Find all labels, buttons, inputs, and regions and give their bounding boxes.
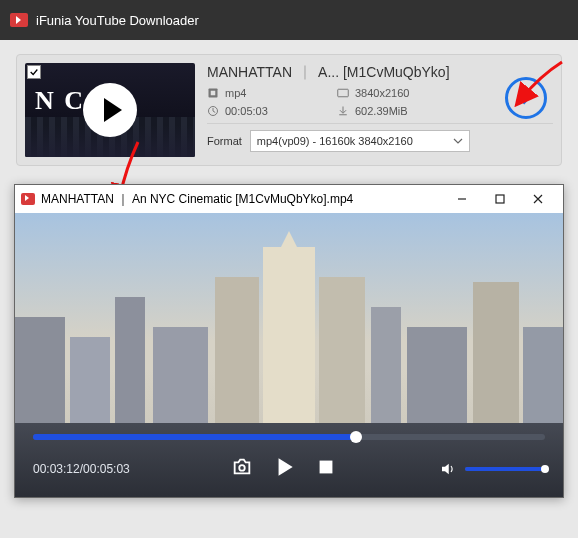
volume-control[interactable] (439, 460, 545, 478)
stop-button[interactable] (315, 456, 337, 481)
status-complete-icon[interactable] (505, 77, 547, 119)
app-header: iFunia YouTube Downloader (0, 0, 578, 40)
download-list: N C MANHATTAN ｜ A... [M1CvMuQbYko] mp4 3… (0, 40, 578, 174)
video-title: MANHATTAN ｜ A... [M1CvMuQbYko] (207, 63, 553, 81)
seek-bar[interactable] (33, 434, 545, 440)
meta-filesize: 602.39MiB (337, 105, 477, 117)
thumbnail-play-icon[interactable] (83, 83, 137, 137)
volume-slider[interactable] (465, 467, 545, 471)
time-display: 00:03:12/00:05:03 (33, 462, 130, 476)
format-select[interactable]: mp4(vp09) - 16160k 3840x2160 (250, 130, 470, 152)
player-titlebar[interactable]: MANHATTAN ｜ An NYC Cinematic [M1CvMuQbYk… (15, 185, 563, 213)
snapshot-button[interactable] (231, 456, 253, 481)
meta-duration: 00:05:03 (207, 105, 337, 117)
close-button[interactable] (519, 185, 557, 213)
player-controls: 00:03:12/00:05:03 (15, 424, 563, 497)
player-window: MANHATTAN ｜ An NYC Cinematic [M1CvMuQbYk… (14, 184, 564, 498)
minimize-button[interactable] (443, 185, 481, 213)
player-title: MANHATTAN ｜ An NYC Cinematic [M1CvMuQbYk… (41, 191, 353, 208)
meta-resolution: 3840x2160 (337, 87, 477, 99)
volume-icon (439, 460, 457, 478)
download-item: N C MANHATTAN ｜ A... [M1CvMuQbYko] mp4 3… (16, 54, 562, 166)
meta-container: mp4 (207, 87, 337, 99)
svg-rect-6 (320, 461, 333, 474)
video-viewport[interactable]: 00:03:12/00:05:03 (15, 213, 563, 497)
select-checkbox[interactable] (27, 65, 41, 79)
seek-knob[interactable] (350, 431, 362, 443)
app-title: iFunia YouTube Downloader (36, 13, 199, 28)
app-logo-icon (10, 13, 28, 27)
svg-rect-2 (338, 89, 349, 97)
chevron-down-icon (453, 136, 463, 146)
svg-rect-4 (496, 195, 504, 203)
video-thumbnail[interactable]: N C (25, 63, 195, 157)
download-details: MANHATTAN ｜ A... [M1CvMuQbYko] mp4 3840x… (207, 63, 553, 157)
maximize-button[interactable] (481, 185, 519, 213)
player-app-icon (21, 193, 35, 205)
format-label: Format (207, 135, 242, 147)
svg-rect-1 (211, 91, 216, 96)
svg-point-5 (240, 465, 246, 471)
play-button[interactable] (271, 454, 297, 483)
